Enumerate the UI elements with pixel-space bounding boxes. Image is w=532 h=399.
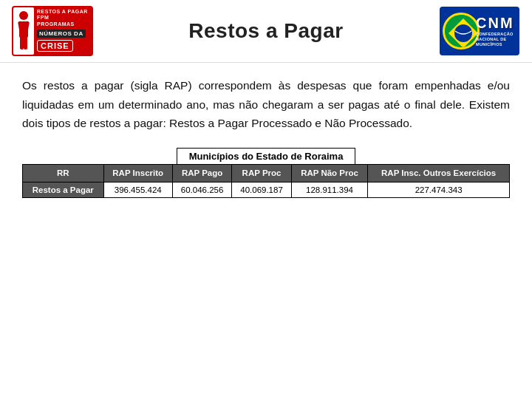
- svg-point-8: [454, 24, 472, 42]
- td-outros: 227.474.343: [368, 182, 510, 197]
- th-rr: RR: [23, 164, 104, 182]
- logo-programs-text: PROGRAMAS: [37, 21, 75, 27]
- page-title: Restos a Pagar: [93, 19, 439, 43]
- logo-left: RESTOS A PAGAR FPM PROGRAMAS NÚMEROS DA …: [12, 6, 93, 56]
- td-inscrito: 396.455.424: [103, 182, 172, 197]
- brazil-flag-icon: [443, 13, 480, 50]
- logo-right: CNM CONFEDERAÇÃO NACIONAL DE MUNICÍPIOS: [439, 6, 520, 56]
- th-rap-proc: RAP Proc: [232, 164, 291, 182]
- logo-right-background: CNM CONFEDERAÇÃO NACIONAL DE MUNICÍPIOS: [440, 7, 519, 55]
- logo-figure: [13, 7, 34, 55]
- body-paragraph: Os restos a pagar (sigla RAP) correspond…: [22, 76, 510, 133]
- table-row: Restos a Pagar 396.455.424 60.046.256 40…: [23, 182, 510, 197]
- logo-fpm-text: FPM: [37, 15, 49, 21]
- rap-table: RR RAP Inscrito RAP Pago RAP Proc RAP Nã…: [22, 164, 510, 198]
- main-content: Os restos a pagar (sigla RAP) correspond…: [0, 63, 532, 399]
- logo-left-text: RESTOS A PAGAR FPM PROGRAMAS NÚMEROS DA …: [35, 7, 92, 53]
- th-rap-inscrito: RAP Inscrito: [103, 164, 172, 182]
- td-pago: 60.046.256: [172, 182, 231, 197]
- logo-left-background: RESTOS A PAGAR FPM PROGRAMAS NÚMEROS DA …: [12, 6, 93, 56]
- logo-rap-text: RESTOS A PAGAR: [37, 9, 88, 15]
- page: RESTOS A PAGAR FPM PROGRAMAS NÚMEROS DA …: [0, 0, 532, 399]
- table-title: Municípios do Estado de Roraima: [177, 148, 356, 164]
- header: RESTOS A PAGAR FPM PROGRAMAS NÚMEROS DA …: [0, 0, 532, 63]
- table-section: Municípios do Estado de Roraima RR RAP I…: [22, 148, 510, 198]
- svg-point-0: [19, 11, 28, 20]
- td-nao-proc: 128.911.394: [291, 182, 367, 197]
- td-label: Restos a Pagar: [23, 182, 104, 197]
- logo-numbers-badge: NÚMEROS DA: [37, 30, 86, 38]
- th-rap-pago: RAP Pago: [172, 164, 231, 182]
- cnm-label: CNM: [476, 15, 514, 32]
- th-rap-outros: RAP Insc. Outros Exercícios: [368, 164, 510, 182]
- cnm-text-area: CNM CONFEDERAÇÃO NACIONAL DE MUNICÍPIOS: [476, 10, 516, 52]
- cnm-subtitle: CONFEDERAÇÃO NACIONAL DE MUNICÍPIOS: [476, 32, 516, 47]
- svg-rect-4: [20, 36, 24, 50]
- logo-crise-badge: CRISE: [37, 40, 73, 52]
- th-rap-nao-proc: RAP Não Proc: [291, 164, 367, 182]
- td-proc: 40.069.187: [232, 182, 291, 197]
- svg-rect-5: [24, 36, 27, 50]
